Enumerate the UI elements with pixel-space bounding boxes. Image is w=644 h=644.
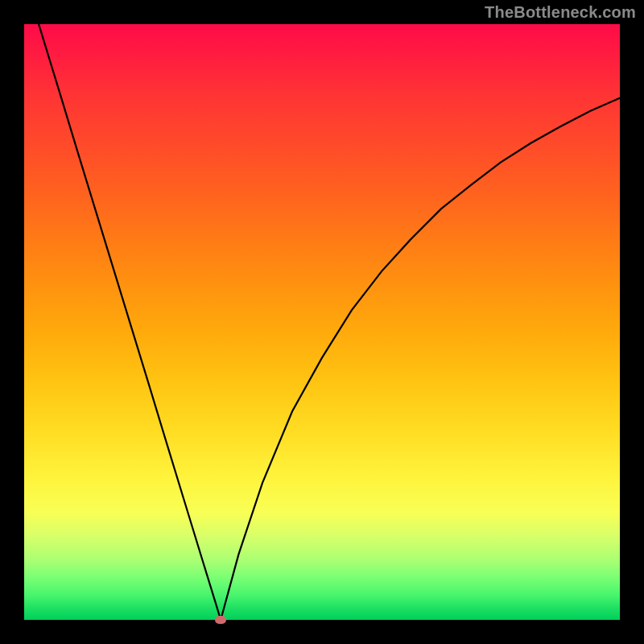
plot-area <box>24 24 620 620</box>
curve-svg <box>24 24 620 620</box>
min-point-marker <box>215 616 226 624</box>
right-branch-path <box>221 98 620 620</box>
chart-frame: TheBottleneck.com <box>0 0 644 644</box>
watermark-text: TheBottleneck.com <box>485 3 636 22</box>
left-branch-path <box>24 24 221 620</box>
